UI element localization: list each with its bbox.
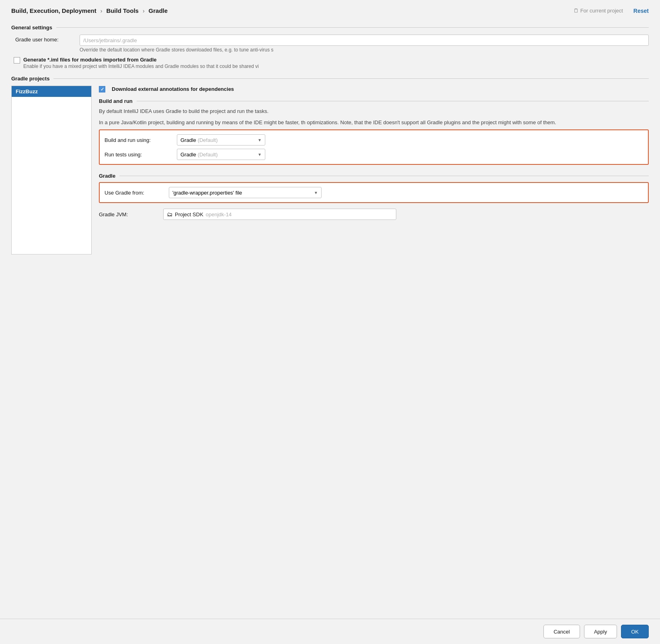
breadcrumb-part1: Build, Execution, Deployment [11, 7, 96, 14]
build-run-using-arrow: ▼ [258, 138, 262, 142]
gradle-subsection: Gradle Use Gradle from: 'gradle-wrapper.… [99, 173, 649, 220]
build-run-using-value: Gradle (Default) [180, 137, 218, 143]
breadcrumb-sep2: › [143, 8, 145, 14]
apply-button[interactable]: Apply [584, 625, 617, 638]
build-run-using-label: Build and run using: [105, 137, 177, 143]
ok-button[interactable]: OK [621, 625, 649, 638]
build-run-selects-box: Build and run using: Gradle (Default) ▼ … [99, 129, 649, 165]
gradle-jvm-hint: openjdk-14 [206, 211, 232, 217]
gradle-projects-section: FizzBuzz Download external annotations f… [11, 86, 649, 254]
for-project-label: 🗒 For current project [574, 8, 623, 14]
run-tests-using-row: Run tests using: Gradle (Default) ▼ [105, 149, 643, 160]
use-gradle-from-value: 'gradle-wrapper.properties' file [172, 190, 242, 196]
breadcrumb-part2: Build Tools [106, 7, 139, 14]
content-area: General settings Gradle user home: Overr… [0, 20, 660, 619]
project-item-fizzbuzz[interactable]: FizzBuzz [12, 86, 91, 97]
use-gradle-from-arrow: ▼ [314, 191, 318, 195]
use-gradle-from-box: Use Gradle from: 'gradle-wrapper.propert… [99, 182, 649, 203]
main-container: Build, Execution, Deployment › Build Too… [0, 0, 660, 644]
footer: Cancel Apply OK [0, 619, 660, 644]
generate-iml-label-wrap: Generate *.iml files for modules importe… [23, 57, 259, 69]
right-panel: Download external annotations for depend… [99, 86, 649, 254]
build-run-desc1: By default IntelliJ IDEA uses Gradle to … [99, 107, 649, 115]
gradle-user-home-input[interactable] [80, 35, 649, 46]
build-run-using-select[interactable]: Gradle (Default) ▼ [177, 134, 265, 146]
gradle-user-home-input-wrap: Override the default location where Grad… [80, 35, 649, 53]
run-tests-using-select[interactable]: Gradle (Default) ▼ [177, 149, 265, 160]
sdk-icon: 🗂 [167, 211, 172, 217]
use-gradle-from-label: Use Gradle from: [105, 190, 169, 196]
generate-iml-checkbox[interactable] [14, 57, 20, 64]
download-annotations-row: Download external annotations for depend… [99, 86, 649, 92]
build-and-run-heading: Build and run [99, 98, 649, 104]
gradle-user-home-hint: Override the default location where Grad… [80, 47, 649, 53]
header: Build, Execution, Deployment › Build Too… [0, 0, 660, 20]
build-run-using-row: Build and run using: Gradle (Default) ▼ [105, 134, 643, 146]
download-annotations-label: Download external annotations for depend… [112, 86, 234, 92]
gradle-jvm-label: Gradle JVM: [99, 211, 163, 217]
projects-list: FizzBuzz [11, 86, 92, 254]
gradle-jvm-row: Gradle JVM: 🗂 Project SDK openjdk-14 [99, 209, 649, 220]
run-tests-using-label: Run tests using: [105, 152, 177, 158]
general-settings-heading: General settings [11, 25, 649, 31]
generate-iml-row: Generate *.iml files for modules importe… [11, 57, 649, 69]
gradle-jvm-input[interactable]: 🗂 Project SDK openjdk-14 [163, 209, 396, 220]
download-annotations-checkbox[interactable] [99, 86, 105, 92]
gradle-jvm-value: Project SDK [175, 211, 203, 217]
cancel-button[interactable]: Cancel [543, 625, 580, 638]
run-tests-using-value: Gradle (Default) [180, 152, 218, 158]
generate-iml-label: Generate *.iml files for modules importe… [23, 57, 259, 63]
breadcrumb-part3: Gradle [149, 7, 168, 14]
gradle-user-home-label: Gradle user home: [15, 35, 80, 43]
use-gradle-from-select[interactable]: 'gradle-wrapper.properties' file ▼ [169, 187, 322, 198]
clipboard-icon: 🗒 [574, 8, 579, 14]
run-tests-using-arrow: ▼ [258, 152, 262, 157]
build-run-desc2: In a pure Java/Kotlin project, building … [99, 119, 649, 127]
breadcrumb-sep1: › [100, 8, 102, 14]
gradle-sub-heading: Gradle [99, 173, 649, 179]
gradle-projects-heading: Gradle projects [11, 76, 649, 82]
gradle-user-home-row: Gradle user home: Override the default l… [11, 35, 649, 53]
reset-button[interactable]: Reset [633, 8, 649, 14]
generate-iml-hint: Enable if you have a mixed project with … [23, 64, 259, 69]
